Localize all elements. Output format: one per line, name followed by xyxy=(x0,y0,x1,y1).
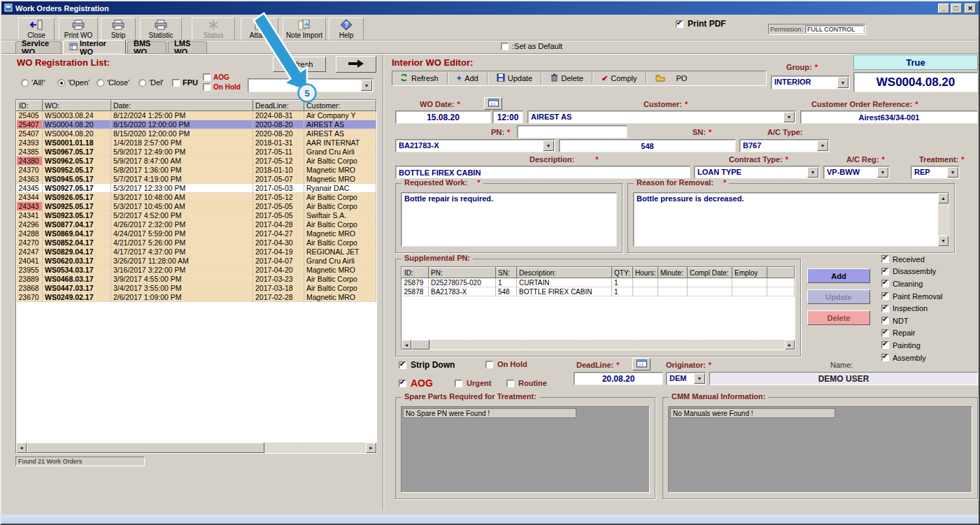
table-row[interactable]: 25879D25278075-0201CURTAIN1 xyxy=(402,278,795,287)
tab-bms-wo[interactable]: BMS WO xyxy=(127,41,166,53)
scroll-thumb[interactable] xyxy=(27,443,264,453)
maximize-button[interactable]: □ xyxy=(951,3,962,13)
chevron-down-icon[interactable]: ▼ xyxy=(361,80,372,91)
treatment-checkbox-received[interactable]: Received xyxy=(881,253,978,266)
chevron-down-icon[interactable]: ▼ xyxy=(877,167,888,178)
chevron-down-icon[interactable]: ▼ xyxy=(817,141,828,151)
table-row[interactable]: 23670WS0249.02.172/6/2017 1:09:00 PM2017… xyxy=(17,293,376,302)
print-pdf-toggle[interactable]: Print PDF xyxy=(676,19,726,29)
reason-vscrollbar[interactable]: ▲ ▼ xyxy=(938,193,949,246)
customer-filter-dropdown[interactable]: ▼ xyxy=(248,78,374,92)
column-header[interactable]: Employ xyxy=(732,268,767,278)
tab-lms-wo[interactable]: LMS WO xyxy=(168,41,207,53)
wo-date-calendar-button[interactable] xyxy=(484,97,502,110)
table-row[interactable]: 23889WS0468.03.173/9/2017 4:55:00 PM2017… xyxy=(17,275,376,284)
aog-checkbox[interactable] xyxy=(399,380,406,387)
scroll-down-icon[interactable]: ▼ xyxy=(938,236,949,246)
filter-all-radio[interactable]: 'All!' xyxy=(21,78,45,87)
table-row[interactable]: 25407WS0004.08.208/15/2020 12:00:00 PM20… xyxy=(17,120,376,129)
filter-close-radio[interactable]: 'Close' xyxy=(97,78,129,87)
set-as-default-checkbox[interactable] xyxy=(501,43,509,50)
print-wo-button[interactable]: Print WO xyxy=(59,17,98,41)
deadline-field[interactable]: 20.08.20 xyxy=(574,372,663,385)
supplemental-add-button[interactable]: Add xyxy=(807,268,870,283)
delete-button[interactable]: Delete xyxy=(546,72,588,85)
radio-icon[interactable] xyxy=(21,79,29,87)
reason-textarea[interactable]: Bottle pressure is decreased. ▲ ▼ xyxy=(633,192,949,247)
title-bar[interactable]: Work Orders Registration _ □ ✕ xyxy=(1,1,979,15)
column-header[interactable]: SN: xyxy=(496,268,517,278)
aog-toggle[interactable]: AOG xyxy=(399,377,433,389)
column-header[interactable]: Compl Date: xyxy=(688,268,732,278)
tab-service-wo[interactable]: Service WO xyxy=(15,41,62,53)
refresh-list-button[interactable]: Refresh xyxy=(273,57,326,72)
treatment-checkbox-disassembly[interactable]: Disassembly xyxy=(881,266,978,278)
urgent-toggle[interactable]: Urgent xyxy=(455,379,491,387)
treatment-checkbox-assembly[interactable]: Assembly xyxy=(881,352,978,364)
table-row[interactable]: 24370WS0952.05.175/8/2017 1:36:00 PM2018… xyxy=(17,166,376,175)
sn-field[interactable]: 548 xyxy=(559,139,736,152)
tab-interior-wo[interactable]: Interior WO xyxy=(63,40,126,54)
checkbox-icon[interactable] xyxy=(881,280,889,287)
description-field[interactable]: BOTTLE FIREX CABIN xyxy=(395,166,690,179)
treatment-checkbox-painting[interactable]: Painting xyxy=(881,339,978,352)
minimize-button[interactable]: _ xyxy=(938,3,949,13)
scroll-right-icon[interactable]: ► xyxy=(785,340,795,350)
table-row[interactable]: 24393WS0001.01.181/4/2018 2:57:00 PM2018… xyxy=(17,138,376,148)
close-window-button[interactable]: ✕ xyxy=(965,3,976,13)
treatment-dropdown[interactable]: REP ▼ xyxy=(911,166,960,179)
scroll-up-icon[interactable]: ▲ xyxy=(938,193,949,203)
filter-del-radio[interactable]: 'Del' xyxy=(139,78,164,87)
requested-work-textarea[interactable]: Bottle repair is required. xyxy=(401,192,617,247)
treatment-checkbox-repair[interactable]: Repair xyxy=(881,327,978,340)
table-row[interactable]: 25878BA21783-X548BOTTLE FIREX CABIN1 xyxy=(402,287,795,296)
deadline-calendar-button[interactable] xyxy=(632,358,651,371)
chevron-down-icon[interactable]: ▼ xyxy=(543,141,554,151)
checkbox-icon[interactable] xyxy=(881,341,889,349)
radio-icon[interactable] xyxy=(139,79,146,87)
column-header[interactable]: QTY: xyxy=(612,268,633,278)
update-button[interactable]: Update xyxy=(492,72,537,85)
wo-date-field[interactable]: 15.08.20 xyxy=(395,110,491,124)
table-row[interactable]: 24041WS0620.03.173/26/2017 11:28:00 AM20… xyxy=(17,257,376,266)
chevron-down-icon[interactable]: ▼ xyxy=(807,167,818,178)
filter-open-radio[interactable]: 'Open' xyxy=(57,78,90,87)
table-row[interactable]: 24380WS0962.05.175/9/2017 8:47:00 AM2017… xyxy=(17,157,376,166)
table-row[interactable]: 25405WS0003.08.248/12/2024 1:25:00 PM202… xyxy=(17,111,376,120)
column-header[interactable]: WO: xyxy=(43,101,111,111)
close-button[interactable]: Close xyxy=(18,17,55,41)
strip-button[interactable]: Strip xyxy=(101,17,136,41)
on-hold-checkbox[interactable] xyxy=(203,83,211,91)
table-row[interactable]: 24288WS0869.04.174/24/2017 5:59:00 PM201… xyxy=(17,229,376,238)
scroll-right-icon[interactable]: ► xyxy=(366,443,376,453)
table-row[interactable]: 24344WS0926.05.175/3/2017 10:48:00 AM201… xyxy=(17,193,376,202)
column-header[interactable]: Description: xyxy=(517,268,612,278)
column-header[interactable]: Hours: xyxy=(633,268,658,278)
checkbox-icon[interactable] xyxy=(881,305,889,312)
table-row[interactable]: 24270WS0852.04.174/21/2017 5:26:00 PM201… xyxy=(17,238,376,247)
radio-icon[interactable] xyxy=(57,79,65,87)
contract-type-dropdown[interactable]: LOAN TYPE ▼ xyxy=(694,166,820,179)
filter-on-hold-toggle[interactable]: On Hold xyxy=(203,83,241,91)
scroll-left-icon[interactable]: ◄ xyxy=(16,443,27,453)
routine-checkbox[interactable] xyxy=(506,380,514,387)
strip-down-checkbox[interactable] xyxy=(399,361,406,369)
column-header[interactable]: ID: xyxy=(17,101,43,111)
checkbox-icon[interactable] xyxy=(881,268,889,275)
column-header[interactable]: DeadLine: xyxy=(253,101,304,111)
column-header[interactable]: ID: xyxy=(402,268,429,278)
supplemental-delete-button[interactable]: Delete xyxy=(807,310,870,325)
column-header[interactable] xyxy=(767,268,795,278)
filter-fpu-toggle[interactable]: FPU xyxy=(172,78,198,87)
actype-dropdown[interactable]: B767 ▼ xyxy=(739,139,830,152)
statistic-button[interactable]: Statistic xyxy=(140,17,182,41)
table-row[interactable]: 24341WS0923.05.175/2/2017 4:52:00 PM2017… xyxy=(17,211,376,220)
filter-aog-toggle[interactable]: AOG xyxy=(203,73,229,81)
table-row[interactable]: 24363WS0945.05.175/7/2017 4:19:00 PM2017… xyxy=(17,175,376,184)
acreg-dropdown[interactable]: VP-BWW ▼ xyxy=(823,166,890,179)
table-row[interactable]: 24296WS0877.04.174/26/2017 2:32:00 PM201… xyxy=(17,220,376,229)
originator-dropdown[interactable]: DEM ▼ xyxy=(666,372,706,385)
note-import-button[interactable]: Note Import xyxy=(283,17,326,41)
chevron-down-icon[interactable]: ▼ xyxy=(783,112,795,122)
table-row[interactable]: 24345WS0927.05.175/3/2017 12:33:00 PM201… xyxy=(17,184,376,193)
